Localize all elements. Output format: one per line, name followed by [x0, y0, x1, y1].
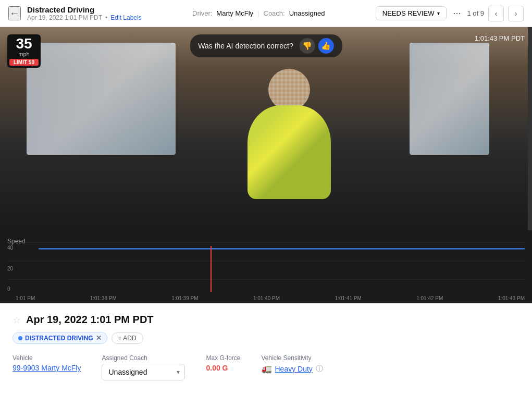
left-window: [27, 43, 176, 155]
distracted-driving-tag: DISTRACTED DRIVING ✕: [13, 332, 107, 344]
info-icon[interactable]: ⓘ: [316, 364, 323, 374]
needs-review-button[interactable]: NEEDS REVIEW ▾: [376, 6, 447, 20]
back-button[interactable]: ←: [8, 6, 21, 20]
speed-value: 35: [7, 36, 41, 51]
coach-label: Coach:: [264, 9, 285, 17]
time-label-2: 1:01:39 PM: [171, 295, 198, 301]
right-window: [410, 43, 489, 155]
fields-row: Vehicle 99-9903 Marty McFly Assigned Coa…: [13, 354, 519, 380]
nav-next-button[interactable]: ›: [508, 6, 524, 21]
coach-select-wrap: Unassigned ▾: [102, 364, 185, 380]
gforce-field: Max G-force 0.00 G: [206, 354, 240, 372]
coach-field: Assigned Coach Unassigned ▾: [102, 354, 185, 380]
speed-unit: mph: [7, 51, 41, 57]
edit-labels-link[interactable]: Edit Labels: [110, 14, 141, 21]
time-label-0: 1:01 PM: [16, 295, 35, 301]
driver-label: Driver:: [192, 9, 212, 17]
sensitivity-wrap: 🚛 Heavy Duty ⓘ: [262, 364, 323, 374]
coach-assigned-label: Assigned Coach: [102, 354, 185, 362]
more-options-button[interactable]: ···: [451, 6, 463, 21]
header-right: NEEDS REVIEW ▾ ··· 1 of 9 ‹ ›: [376, 6, 524, 21]
gforce-label: Max G-force: [206, 354, 240, 362]
header-center: Driver: Marty McFly | Coach: Unassigned: [148, 9, 369, 17]
title-block: Distracted Driving Apr 19, 2022 1:01 PM …: [27, 5, 142, 21]
needs-review-label: NEEDS REVIEW: [382, 9, 435, 17]
gforce-value: 0.00 G: [206, 364, 240, 372]
subtitle-sep: •: [105, 14, 107, 21]
nav-prev-button[interactable]: ‹: [488, 6, 504, 21]
sensitivity-label: Vehicle Sensitivity: [262, 354, 323, 362]
video-area: 35 mph LIMIT 50 Was the AI detection cor…: [0, 27, 532, 230]
thumbs-up-button[interactable]: 👍: [318, 38, 334, 54]
coach-name: Unassigned: [289, 9, 325, 17]
add-tag-button[interactable]: + ADD: [112, 332, 143, 344]
driver-head: [268, 69, 310, 110]
details-section: ☆ Apr 19, 2022 1:01 PM PDT DISTRACTED DR…: [0, 303, 532, 401]
time-label-5: 1:01:42 PM: [416, 295, 443, 301]
video-timestamp: 1:01:43 PM: [475, 34, 510, 42]
truck-icon: 🚛: [262, 364, 272, 374]
vehicle-field: Vehicle 99-9903 Marty McFly: [13, 354, 81, 372]
speed-limit: LIMIT 50: [9, 59, 39, 66]
time-label-4: 1:01:41 PM: [335, 295, 362, 301]
tag-remove-button[interactable]: ✕: [96, 334, 102, 342]
header: ← Distracted Driving Apr 19, 2022 1:01 P…: [0, 0, 532, 27]
ai-thumbs: 👎 👍: [300, 38, 334, 54]
time-overlay: 1:01:43 PM PDT: [475, 34, 525, 42]
video-frame: [0, 27, 532, 230]
nav-count: 1 of 9: [467, 9, 484, 17]
chevron-down-icon: ▾: [437, 10, 440, 16]
vehicle-link[interactable]: 99-9903 Marty McFly: [13, 364, 81, 372]
incident-date: Apr 19, 2022 1:01 PM PDT: [26, 314, 154, 326]
star-button[interactable]: ☆: [13, 314, 21, 326]
chart-svg-wrapper: [7, 230, 525, 292]
tag-label: DISTRACTED DRIVING: [25, 335, 93, 342]
coach-select[interactable]: Unassigned: [102, 364, 185, 380]
details-header: ☆ Apr 19, 2022 1:01 PM PDT: [13, 314, 519, 326]
subtitle-date: Apr 19, 2022 1:01 PM PDT: [27, 14, 102, 21]
vehicle-label: Vehicle: [13, 354, 81, 362]
page-title: Distracted Driving: [27, 5, 142, 14]
time-label-1: 1:01:38 PM: [90, 295, 117, 301]
driver-figure: [232, 64, 347, 199]
tags-row: DISTRACTED DRIVING ✕ + ADD: [13, 332, 519, 344]
driver-body: [248, 105, 331, 199]
playhead-line: [211, 246, 212, 292]
ai-question-text: Was the AI detection correct?: [198, 42, 293, 50]
sensitivity-link[interactable]: Heavy Duty: [275, 365, 313, 373]
tag-dot: [18, 336, 22, 340]
speed-chart-svg: [7, 230, 525, 292]
chart-x-axis: 1:01 PM 1:01:38 PM 1:01:39 PM 1:01:40 PM…: [16, 295, 525, 301]
video-scrollbar[interactable]: [528, 27, 532, 230]
speed-overlay: 35 mph LIMIT 50: [7, 34, 41, 68]
speed-chart: Speed 40 20 0 1:01 PM 1:01:38 PM 1:01:39…: [0, 230, 532, 303]
time-label-3: 1:01:40 PM: [253, 295, 280, 301]
time-label-6: 1:01:43 PM: [498, 295, 525, 301]
page-subtitle: Apr 19, 2022 1:01 PM PDT • Edit Labels: [27, 14, 142, 21]
sensitivity-field: Vehicle Sensitivity 🚛 Heavy Duty ⓘ: [262, 354, 323, 374]
ai-detection-banner: Was the AI detection correct? 👎 👍: [190, 34, 342, 57]
video-timezone: PDT: [511, 34, 525, 42]
driver-name: Marty McFly: [216, 9, 253, 17]
thumbs-down-button[interactable]: 👎: [300, 38, 315, 54]
